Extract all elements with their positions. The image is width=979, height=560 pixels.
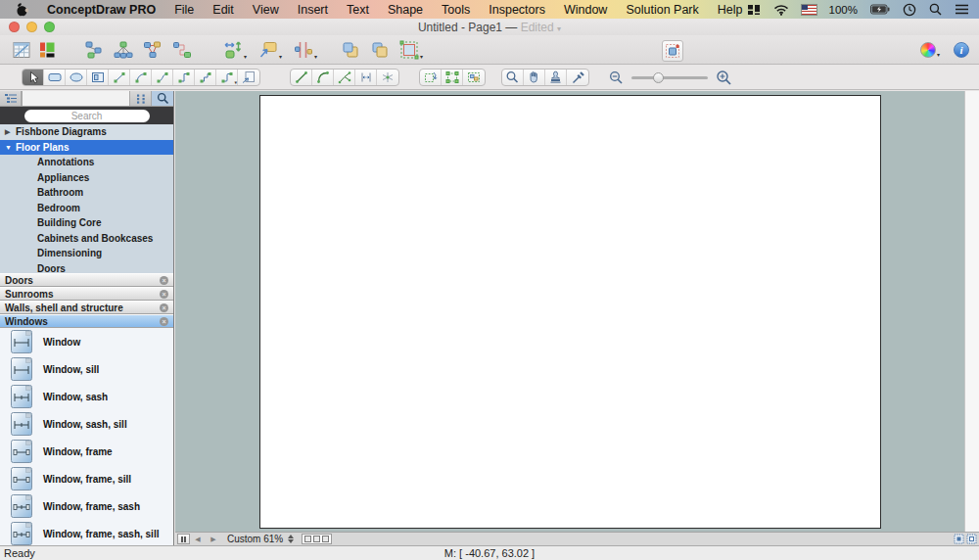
scale-tool[interactable] (442, 70, 463, 85)
close-icon[interactable]: × (160, 290, 168, 299)
title-chevron-down-icon[interactable]: ▾ (557, 24, 561, 33)
tree-item-doors[interactable]: Doors (0, 261, 173, 274)
battery-icon[interactable] (870, 4, 890, 15)
group-selection-tool[interactable] (463, 70, 485, 85)
menu-text[interactable]: Text (347, 3, 369, 17)
panel-header-walls-shell-structure[interactable]: Walls, shell and structure × (0, 301, 173, 314)
panel-header-sunrooms[interactable]: Sunrooms × (0, 287, 173, 301)
menu-edit[interactable]: Edit (212, 3, 234, 17)
shape-item-window-sash-sill[interactable]: Window, sash, sill (0, 410, 173, 438)
shape-item-window-sash[interactable]: Window, sash (0, 383, 173, 410)
layout-view-icon[interactable] (37, 40, 57, 60)
fit-page-icon[interactable] (966, 534, 977, 544)
notification-center-icon[interactable] (955, 4, 969, 15)
arc-connector-tool[interactable] (130, 70, 152, 85)
panel-header-doors[interactable]: Doors × (0, 273, 173, 287)
tree-item-bedroom[interactable]: Bedroom (0, 201, 173, 216)
tree-item-annotations[interactable]: Annotations (0, 155, 173, 170)
tiles-icon[interactable] (747, 4, 761, 16)
menu-view[interactable]: View (253, 3, 279, 17)
tree-item-building-core[interactable]: Building Core (0, 215, 173, 231)
tree-item-bathroom[interactable]: Bathroom (0, 185, 173, 201)
flowchart-icon[interactable] (84, 40, 104, 60)
magnifier-tool[interactable] (502, 70, 524, 85)
align-tool[interactable]: ▾ (258, 40, 282, 60)
page-mode-single-icon[interactable] (304, 536, 311, 542)
sidebar-splitter-handle[interactable] (177, 534, 190, 544)
eyedropper-tool[interactable] (567, 70, 588, 85)
zoom-stepper[interactable] (288, 535, 294, 543)
zoom-slider-handle[interactable] (653, 72, 664, 83)
zigzag-connector-tool[interactable] (195, 70, 216, 85)
tree-item-fishbone-diagrams[interactable]: ▶ Fishbone Diagrams (0, 124, 173, 140)
search-input[interactable] (24, 110, 150, 122)
apple-menu-icon[interactable] (16, 2, 28, 17)
minimize-window-button[interactable] (26, 22, 37, 32)
hand-tool[interactable] (524, 70, 545, 85)
tree-item-floor-plans[interactable]: ▼ Floor Plans (0, 140, 173, 156)
shape-item-window-sill[interactable]: Window, sill (0, 355, 173, 383)
zoom-in-icon[interactable] (716, 70, 732, 86)
fit-selection-icon[interactable] (954, 534, 964, 544)
rotate-tool[interactable] (420, 70, 442, 85)
zoom-out-icon[interactable] (609, 70, 624, 85)
library-filter-field[interactable] (22, 91, 130, 106)
tree-item-cabinets-and-bookcases[interactable]: Cabinets and Bookcases (0, 231, 173, 247)
shape-item-window-frame-sash[interactable]: Window, frame, sash (0, 492, 173, 520)
tree-view-button[interactable] (0, 91, 22, 106)
pointer-tool[interactable] (23, 70, 44, 85)
tree-diagram-icon[interactable] (114, 40, 133, 60)
spline-tool[interactable] (334, 70, 355, 85)
menu-insert[interactable]: Insert (298, 3, 328, 17)
panel-header-windows[interactable]: Windows × (0, 314, 173, 328)
menu-shape[interactable]: Shape (388, 3, 423, 17)
zoom-level-select[interactable]: Custom 61% (227, 534, 294, 544)
library-search-button[interactable] (152, 91, 173, 106)
table-view-icon[interactable] (12, 40, 31, 60)
line-tool[interactable] (291, 70, 312, 85)
page-view-mode-buttons[interactable] (302, 534, 332, 544)
stamp-tool[interactable] (545, 70, 567, 85)
close-icon[interactable]: × (160, 317, 168, 326)
disclosure-collapsed-icon[interactable]: ▶ (5, 128, 16, 136)
rectangle-tool[interactable] (44, 70, 66, 85)
frame-tool[interactable] (87, 70, 109, 85)
menu-solution-park[interactable]: Solution Park (626, 3, 698, 17)
input-source-flag-icon[interactable] (802, 5, 816, 15)
bring-forward-icon[interactable] (341, 40, 360, 60)
menu-app-name[interactable]: ConceptDraw PRO (47, 3, 156, 17)
direct-connector-tool[interactable] (109, 70, 130, 85)
close-icon[interactable]: × (160, 276, 168, 285)
color-picker-tool[interactable]: ▾ (920, 42, 940, 58)
menu-file[interactable]: File (174, 3, 194, 17)
split-tool[interactable] (355, 70, 377, 85)
tree-item-dimensioning[interactable]: Dimensioning (0, 246, 173, 261)
menu-help[interactable]: Help (718, 3, 743, 17)
next-page-button[interactable]: ▶ (206, 536, 221, 543)
network-diagram-icon[interactable] (143, 40, 163, 60)
close-icon[interactable]: × (160, 303, 168, 312)
page-mode-facing-icon[interactable] (313, 536, 320, 542)
curve-connector-tool[interactable] (152, 70, 173, 85)
document-page[interactable] (259, 95, 881, 529)
shape-item-window-frame-sill[interactable]: Window, frame, sill (0, 465, 173, 492)
vertical-scrollbar[interactable] (964, 91, 979, 532)
shape-item-window-frame[interactable]: Window, frame (0, 438, 173, 465)
previous-page-button[interactable]: ◀ (190, 536, 206, 543)
insert-object-tool[interactable] (238, 70, 259, 85)
page-mode-continuous-icon[interactable] (322, 536, 329, 542)
ellipse-tool[interactable] (66, 70, 87, 85)
right-angle-connector-tool[interactable] (173, 70, 195, 85)
connector-diagram-icon[interactable] (172, 40, 192, 60)
shape-item-window-frame-sash-sill[interactable]: Window, frame, sash, sill (0, 520, 173, 545)
spotlight-search-icon[interactable] (929, 3, 942, 16)
tree-item-appliances[interactable]: Appliances (0, 170, 173, 186)
close-window-button[interactable] (9, 22, 20, 32)
distribute-tool[interactable]: ▾ (294, 40, 317, 60)
info-button[interactable]: i (954, 42, 969, 58)
wifi-icon[interactable] (773, 4, 789, 16)
menu-inspectors[interactable]: Inspectors (489, 3, 545, 17)
multi-point-tool[interactable] (377, 70, 398, 85)
disclosure-expanded-icon[interactable]: ▼ (5, 144, 16, 151)
shape-item-window[interactable]: Window (0, 328, 173, 355)
